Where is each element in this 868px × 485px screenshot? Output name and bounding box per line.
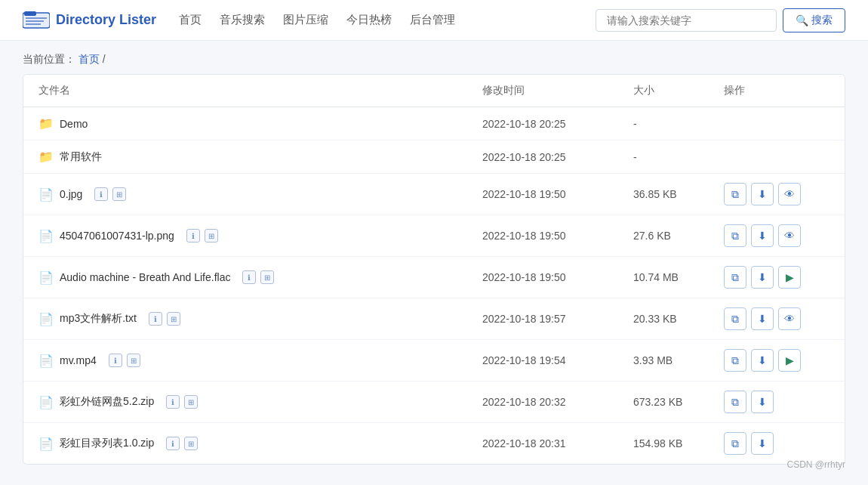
search-button-label: 搜索 [811,14,833,27]
folder-icon: 📁 [38,150,54,164]
qr-button[interactable]: ⊞ [205,229,218,242]
file-icon: 📄 [38,187,54,202]
file-name-cell: 📄 彩虹目录列表1.0.zip ℹ ⊞ [38,437,482,451]
nav-admin[interactable]: 后台管理 [410,10,455,30]
copy-button[interactable]: ⧉ [724,432,746,455]
info-button[interactable]: ℹ [166,395,180,409]
file-name: 彩虹外链网盘5.2.zip [60,395,154,409]
file-name[interactable]: Demo [60,118,88,130]
file-name: Audio machine - Breath And Life.flac [60,271,230,283]
info-icons: ℹ ⊞ [242,270,274,284]
nav-home[interactable]: 首页 [179,10,202,30]
modified-time: 2022-10-18 19:50 [482,271,633,283]
download-button[interactable]: ⬇ [751,224,774,247]
logo-text: Directory Lister [56,12,156,28]
file-name-cell: 📄 mp3文件解析.txt ℹ ⊞ [38,312,482,326]
download-button[interactable]: ⬇ [751,432,774,455]
search-button[interactable]: 🔍 搜索 [783,8,845,32]
file-name-cell: 📄 0.jpg ℹ ⊞ [38,187,482,202]
qr-button[interactable]: ⊞ [184,437,198,450]
modified-time: 2022-10-18 19:57 [482,313,633,325]
info-button[interactable]: ℹ [166,437,180,450]
download-button[interactable]: ⬇ [751,307,774,330]
copy-button[interactable]: ⧉ [724,349,746,372]
qr-button[interactable]: ⊞ [184,395,198,409]
info-button[interactable]: ℹ [149,312,162,326]
file-name: mp3文件解析.txt [60,312,137,326]
info-icons: ℹ ⊞ [149,312,180,326]
action-cell: ⧉ ⬇ 👁 [724,183,830,205]
play-button[interactable]: ▶ [778,349,801,372]
nav-image[interactable]: 图片压缩 [283,10,328,30]
qr-button[interactable]: ⊞ [127,354,140,367]
info-icons: ℹ ⊞ [186,229,218,242]
modified-time: 2022-10-18 20:25 [482,151,633,163]
breadcrumb-prefix: 当前位置： [23,53,75,65]
nav-hot[interactable]: 今日热榜 [346,10,392,30]
copy-button[interactable]: ⧉ [724,224,746,247]
file-name-cell: 📄 Audio machine - Breath And Life.flac ℹ… [38,270,482,285]
logo-icon [23,10,50,31]
breadcrumb-home[interactable]: 首页 [78,53,100,65]
download-button[interactable]: ⬇ [751,349,774,372]
folder-icon: 📁 [38,116,54,131]
credit-text: CSDN @rrhtyr [786,459,845,470]
table-header: 文件名 修改时间 大小 操作 [23,75,845,107]
info-button[interactable]: ℹ [186,229,200,242]
file-size: - [633,151,724,163]
table-row: 📄 mp3文件解析.txt ℹ ⊞ 2022-10-18 19:57 20.33… [23,298,845,340]
info-button[interactable]: ℹ [242,270,256,284]
main-content: 文件名 修改时间 大小 操作 📁 Demo 2022-10-18 20:25 -… [0,74,868,485]
file-name-cell: 📄 mv.mp4 ℹ ⊞ [38,354,482,368]
file-icon: 📄 [38,437,54,451]
col-modified: 修改时间 [482,84,633,97]
copy-button[interactable]: ⧉ [724,183,746,205]
action-cell: ⧉ ⬇ 👁 [724,224,830,247]
file-icon: 📄 [38,229,54,243]
info-icons: ℹ ⊞ [166,395,198,409]
main-nav: 首页 音乐搜索 图片压缩 今日热榜 后台管理 [179,10,573,30]
play-button[interactable]: ▶ [778,266,801,289]
file-name: 0.jpg [60,188,82,200]
view-button[interactable]: 👁 [778,183,801,205]
file-icon: 📄 [38,270,54,285]
info-button[interactable]: ℹ [94,187,108,201]
download-button[interactable]: ⬇ [751,391,774,413]
view-button[interactable]: 👁 [778,224,801,247]
info-button[interactable]: ℹ [109,354,122,367]
table-row: 📄 彩虹外链网盘5.2.zip ℹ ⊞ 2022-10-18 20:32 673… [23,382,845,423]
view-button[interactable]: 👁 [778,307,801,330]
action-cell: ⧉ ⬇ ▶ [724,266,830,289]
file-size: 20.33 KB [633,313,724,325]
file-size: 3.93 MB [633,354,724,366]
action-cell: ⧉ ⬇ [724,391,830,413]
file-name[interactable]: 常用软件 [60,150,102,164]
download-button[interactable]: ⬇ [751,183,774,205]
modified-time: 2022-10-18 19:50 [482,230,633,242]
qr-button[interactable]: ⊞ [112,187,126,201]
download-button[interactable]: ⬇ [751,266,774,289]
file-name-cell: 📄 彩虹外链网盘5.2.zip ℹ ⊞ [38,395,482,409]
info-icons: ℹ ⊞ [166,437,198,450]
table-row: 📄 mv.mp4 ℹ ⊞ 2022-10-18 19:54 3.93 MB ⧉ … [23,340,845,382]
file-name: mv.mp4 [60,354,97,366]
table-row: 📄 0.jpg ℹ ⊞ 2022-10-18 19:50 36.85 KB ⧉ … [23,174,845,215]
file-size: 27.6 KB [633,230,724,242]
info-icons: ℹ ⊞ [94,187,126,201]
table-row: 📄 45047061007431-lp.png ℹ ⊞ 2022-10-18 1… [23,215,845,257]
qr-button[interactable]: ⊞ [260,270,274,284]
search-input[interactable] [596,9,777,32]
breadcrumb: 当前位置： 首页 / [0,41,868,74]
copy-button[interactable]: ⧉ [724,266,746,289]
qr-button[interactable]: ⊞ [167,312,180,326]
file-name-cell: 📄 45047061007431-lp.png ℹ ⊞ [38,229,482,243]
file-name-cell: 📁 Demo [38,116,482,131]
table-row: 📄 Audio machine - Breath And Life.flac ℹ… [23,257,845,298]
copy-button[interactable]: ⧉ [724,391,746,413]
copy-button[interactable]: ⧉ [724,307,746,330]
logo: Directory Lister [23,10,156,31]
file-size: - [633,118,724,130]
search-area: 🔍 搜索 [596,8,845,32]
nav-music[interactable]: 音乐搜索 [220,10,265,30]
col-actions: 操作 [724,84,830,97]
